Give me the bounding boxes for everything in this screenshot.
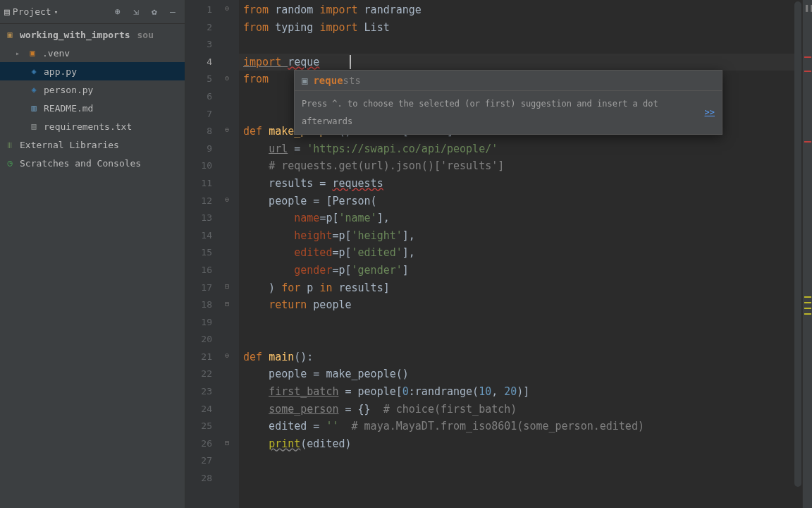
code-line-11: results = requests: [239, 175, 802, 193]
fold-marker-icon[interactable]: ⊖: [225, 351, 233, 360]
toolbar-title-group[interactable]: ▤ Project ▾: [4, 6, 107, 17]
code-line-2: from typing import List: [239, 19, 802, 37]
project-sidebar: ▤ Project ▾ ⊕ ⇲ ✿ — ▣ working_with_impor…: [0, 0, 185, 508]
line-number: 16: [185, 262, 222, 279]
collapse-icon[interactable]: —: [165, 4, 180, 20]
code-line-21: def main():: [239, 349, 802, 366]
code-line-14: height=p['height'],: [239, 227, 802, 245]
code-area[interactable]: from random import randrange from typing…: [239, 0, 802, 508]
folder-icon: ▣: [4, 29, 16, 40]
line-number: 27: [185, 452, 222, 470]
tree-extlib-label: External Libraries: [20, 140, 119, 150]
analysis-pause-icon[interactable]: ❚❚: [804, 3, 812, 13]
line-number: 23: [185, 383, 222, 401]
error-marker[interactable]: [804, 141, 811, 143]
tree-file-person[interactable]: ◈ person.py: [0, 80, 185, 99]
fold-end-icon[interactable]: ⊟: [225, 300, 233, 308]
dropdown-arrow-icon: ▾: [54, 8, 58, 16]
error-marker[interactable]: [804, 56, 811, 58]
ide-root: ▤ Project ▾ ⊕ ⇲ ✿ — ▣ working_with_impor…: [0, 0, 812, 508]
fold-marker-icon[interactable]: ⊖: [225, 4, 233, 13]
line-number: 2: [185, 19, 222, 37]
folder-icon: ▣: [27, 47, 38, 59]
line-number: 13: [185, 210, 222, 227]
line-number: 21: [185, 349, 222, 366]
tree-file-app[interactable]: ◈ app.py: [0, 62, 185, 80]
fold-end-icon[interactable]: ⊟: [225, 439, 233, 447]
code-line-25: edited = '' # maya.MayaDT.from_iso8601(s…: [239, 418, 802, 435]
code-line-16: gender=p['gender']: [239, 262, 802, 279]
line-number-gutter: 1234567891011121314151617181920212223242…: [185, 0, 222, 508]
code-line-19: [239, 314, 802, 332]
warning-marker[interactable]: [804, 296, 811, 298]
code-line-15: edited=p['edited'],: [239, 244, 802, 262]
completion-text: requests: [313, 72, 360, 90]
text-file-icon: ▤: [28, 121, 39, 132]
tree-file-readme[interactable]: ▥ README.md: [0, 99, 185, 117]
error-stripe: ❚❚: [802, 0, 812, 508]
error-marker[interactable]: [804, 71, 811, 72]
line-number: 19: [185, 314, 222, 332]
locate-icon[interactable]: ⊕: [110, 4, 125, 20]
code-line-10: # requests.get(url).json()['results']: [239, 157, 802, 175]
project-icon: ▤: [4, 6, 10, 17]
markdown-file-icon: ▥: [28, 102, 39, 114]
warning-marker[interactable]: [804, 308, 811, 309]
line-number: 18: [185, 296, 222, 314]
line-number: 28: [185, 470, 222, 488]
fold-end-icon[interactable]: ⊟: [225, 282, 233, 291]
tree-root[interactable]: ▣ working_with_imports sou: [0, 25, 185, 44]
line-number: 1: [185, 1, 222, 19]
line-number: 20: [185, 331, 222, 349]
line-number: 12: [185, 193, 222, 210]
vertical-scrollbar[interactable]: [794, 1, 801, 487]
code-line-18: return people: [239, 296, 802, 314]
warning-marker[interactable]: [804, 313, 811, 315]
tree-external-libraries[interactable]: ⫼ External Libraries: [0, 135, 185, 154]
line-number: 22: [185, 365, 222, 383]
settings-icon[interactable]: ✿: [147, 4, 162, 20]
code-line-9: url = 'https://swapi.co/api/people/': [239, 140, 802, 158]
tree-scratch-label: Scratches and Consoles: [20, 158, 141, 169]
package-icon: ▣: [302, 72, 307, 90]
expand-arrow-icon[interactable]: ▸: [16, 49, 23, 57]
code-line-23: first_batch = people[0:randrange(10, 20)…: [239, 383, 802, 401]
fold-gutter: ⊖ ⊖ ⊖ ⊖ ⊟ ⊟ ⊖ ⊟: [222, 0, 239, 508]
code-line-27: [239, 452, 802, 470]
code-line-1: from random import randrange: [239, 1, 802, 19]
line-number: 7: [185, 106, 222, 123]
tree-app-label: app.py: [44, 66, 77, 77]
sidebar-toolbar: ▤ Project ▾ ⊕ ⇲ ✿ —: [0, 0, 185, 24]
code-line-13: name=p['name'],: [239, 210, 802, 227]
line-number: 9: [185, 140, 222, 158]
code-line-24: some_person = {} # choice(first_batch): [239, 401, 802, 418]
fold-marker-icon[interactable]: ⊖: [225, 74, 233, 83]
expand-icon[interactable]: ⇲: [128, 4, 144, 20]
fold-marker-icon[interactable]: ⊖: [225, 195, 233, 204]
code-line-17: ) for p in results]: [239, 279, 802, 297]
tree-file-reqs[interactable]: ▤ requirements.txt: [0, 117, 185, 135]
completion-item[interactable]: ▣ requests: [295, 71, 722, 90]
line-number: 4: [185, 54, 222, 71]
line-number: 24: [185, 401, 222, 418]
fold-marker-icon[interactable]: ⊖: [225, 126, 233, 134]
line-number: 3: [185, 36, 222, 54]
tree-venv[interactable]: ▸ ▣ .venv: [0, 44, 185, 62]
python-file-icon: ◈: [28, 84, 39, 95]
code-line-12: people = [Person(: [239, 193, 802, 210]
completion-more-link[interactable]: >>: [705, 104, 715, 121]
completion-hint-text: Press ^. to choose the selected (or firs…: [302, 95, 701, 130]
code-line-26: print(edited): [239, 435, 802, 453]
line-number: 25: [185, 418, 222, 435]
tree-root-extra: sou: [137, 30, 154, 40]
line-number: 6: [185, 88, 222, 106]
text-cursor: [350, 55, 351, 69]
tree-venv-label: .venv: [42, 48, 70, 59]
tree-scratches[interactable]: ◷ Scratches and Consoles: [0, 154, 185, 172]
line-number: 14: [185, 227, 222, 245]
warning-marker[interactable]: [804, 302, 811, 303]
project-tree: ▣ working_with_imports sou ▸ ▣ .venv ◈ a…: [0, 24, 185, 172]
tree-person-label: person.py: [44, 85, 93, 95]
scratches-icon: ◷: [4, 157, 16, 169]
code-line-4: import reque: [239, 54, 802, 71]
